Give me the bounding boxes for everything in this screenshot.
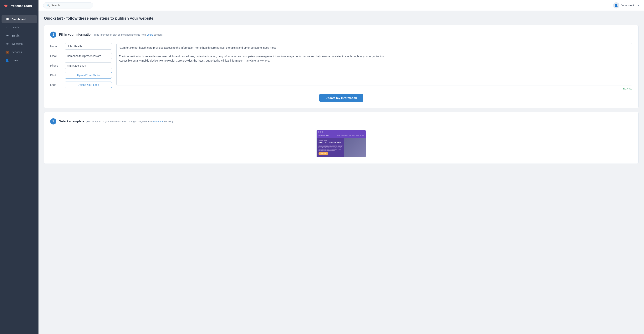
template-hero-btn: Get a Quote [318, 152, 328, 155]
description-textarea[interactable] [116, 43, 632, 85]
sidebar: ★ Presence Stars ⊞ Dashboard ○ Leads ✉ E… [0, 0, 38, 334]
sidebar-item-dashboard[interactable]: ⊞ Dashboard [2, 15, 37, 23]
template-browser-bar [316, 130, 366, 134]
sidebar-item-label: Users [12, 59, 19, 62]
dot3 [322, 131, 323, 133]
form-right: 471 / 800 [116, 43, 632, 90]
step1-header: 1 Fill in your information (The informat… [50, 31, 632, 38]
sidebar-item-services[interactable]: 💼 Services [2, 48, 37, 56]
app-name: Presence Stars [10, 4, 32, 8]
step2-header: 2 Select a template (The template of you… [50, 118, 632, 124]
template-preview-inner: Comfort Home HOME FEATURES SERVICES BLOG… [316, 130, 366, 157]
logo-star-icon: ★ [4, 3, 8, 8]
user-menu[interactable]: 👤 John Health ▼ [613, 2, 640, 8]
app-logo: ★ Presence Stars [0, 0, 38, 12]
search-icon: 🔍 [46, 4, 50, 7]
email-input[interactable] [65, 53, 112, 59]
emails-icon: ✉ [6, 34, 9, 37]
sidebar-item-emails[interactable]: ✉ Emails [2, 31, 37, 39]
step2-subtitle: (The template of your website can be cha… [86, 120, 173, 123]
photo-label: Photo [50, 74, 62, 77]
sidebar-item-label: Websites [12, 42, 22, 45]
form-left: Name Email Phone Photo Upload Your Photo [50, 43, 112, 88]
name-input[interactable] [65, 43, 112, 50]
step1-card: 1 Fill in your information (The informat… [44, 25, 638, 108]
template-hero-title: Best Old Care Service [318, 141, 344, 144]
nav-services: SERVICES [349, 135, 354, 136]
char-count: 471 / 800 [116, 87, 632, 90]
step1-subtitle: (The information can be modified anytime… [94, 33, 163, 36]
users-link[interactable]: Users [146, 33, 153, 36]
search-box[interactable]: 🔍 [43, 2, 93, 8]
step2-card: 2 Select a template (The template of you… [44, 112, 638, 164]
sidebar-item-users[interactable]: 👤 Users [2, 56, 37, 64]
template-hero-image [344, 138, 366, 157]
step2-title-row: Select a template (The template of your … [59, 120, 173, 123]
nav-pages: PAGES [360, 135, 364, 136]
leads-icon: ○ [6, 25, 9, 29]
sidebar-item-websites[interactable]: ⊕ Websites [2, 40, 37, 48]
sidebar-item-label: Emails [12, 34, 20, 37]
sidebar-item-label: Dashboard [12, 18, 26, 21]
template-hero-desc: Comfort Home Old and Health Care System … [318, 144, 344, 151]
user-name: John Health [621, 4, 635, 7]
avatar-icon: 👤 [614, 3, 618, 7]
template-section: Comfort Home HOME FEATURES SERVICES BLOG… [50, 130, 632, 157]
websites-link[interactable]: Websites [153, 120, 164, 123]
name-label: Name [50, 45, 62, 48]
dot1 [318, 131, 319, 133]
email-row: Email [50, 53, 112, 59]
nav-home: HOME [337, 135, 340, 136]
nav-features: FEATURES [342, 135, 348, 136]
step2-badge: 2 [50, 118, 56, 124]
phone-row: Phone [50, 62, 112, 69]
dot2 [320, 131, 321, 133]
upload-logo-button[interactable]: Upload Your Logo [65, 82, 112, 88]
photo-row: Photo Upload Your Photo [50, 72, 112, 78]
websites-icon: ⊕ [6, 42, 9, 46]
template-nav: HOME FEATURES SERVICES BLOG PAGES [337, 135, 364, 136]
template-logo-row: Comfort Home HOME FEATURES SERVICES BLOG… [316, 134, 366, 138]
users-icon: 👤 [6, 58, 9, 62]
header: 🔍 👤 John Health ▼ [38, 0, 644, 11]
services-icon: 💼 [6, 50, 9, 54]
avatar: 👤 [613, 2, 619, 8]
sidebar-item-label: Services [12, 51, 22, 54]
content-area: Quickstart - follow these easy steps to … [38, 11, 644, 334]
phone-label: Phone [50, 64, 62, 67]
template-preview[interactable]: Comfort Home HOME FEATURES SERVICES BLOG… [316, 130, 366, 157]
step1-title-row: Fill in your information (The informatio… [59, 33, 162, 36]
upload-photo-button[interactable]: Upload Your Photo [65, 72, 112, 78]
phone-input[interactable] [65, 62, 112, 69]
sidebar-item-leads[interactable]: ○ Leads [2, 23, 37, 31]
page-title: Quickstart - follow these easy steps to … [44, 16, 638, 20]
name-row: Name [50, 43, 112, 50]
logo-label: Logo [50, 83, 62, 86]
step2-title: Select a template [59, 120, 84, 123]
nav-blog: BLOG [356, 135, 359, 136]
dashboard-icon: ⊞ [6, 17, 9, 21]
step1-form: Name Email Phone Photo Upload Your Photo [50, 43, 632, 90]
template-hero-subtitle: Welcome To Our [318, 140, 344, 141]
email-label: Email [50, 54, 62, 57]
template-hero: Welcome To Our Best Old Care Service Com… [316, 138, 366, 157]
chevron-down-icon: ▼ [637, 4, 640, 6]
step1-badge: 1 [50, 31, 56, 38]
logo-row: Logo Upload Your Logo [50, 82, 112, 88]
search-input[interactable] [51, 4, 90, 7]
sidebar-item-label: Leads [12, 26, 19, 29]
template-logo-text: Comfort Home [318, 135, 329, 137]
update-info-button[interactable]: Update my information [319, 94, 363, 102]
main-area: 🔍 👤 John Health ▼ Quickstart - follow th… [38, 0, 644, 334]
step1-title: Fill in your information [59, 33, 92, 36]
sidebar-nav: ⊞ Dashboard ○ Leads ✉ Emails ⊕ Websites … [0, 12, 38, 67]
